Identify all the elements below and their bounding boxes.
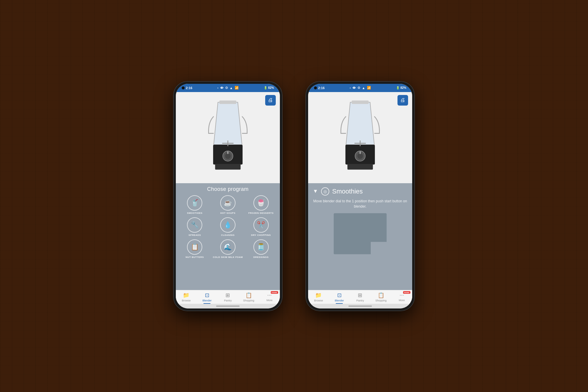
program-item-smoothies[interactable]: 🥤 SMOOTHIES	[179, 195, 210, 214]
smoothies-title: Smoothies	[332, 188, 363, 195]
nav-blender-left[interactable]: ⊡ Blender	[200, 292, 214, 302]
home-indicator-right	[308, 304, 412, 308]
dressings-icon: 🫙	[253, 239, 269, 255]
phone-left: 2:16 ● 👁 ⊙ ▲ 📶 🔋 82%	[173, 81, 282, 311]
phone-right: 2:16 ● 👁 ⊙ ▲ 📶 🔋 82%	[306, 81, 415, 311]
wifi-icon: ▲	[230, 86, 233, 90]
nav-active-underline	[203, 303, 211, 304]
blender-nav-label: Blender	[203, 299, 212, 302]
program-item-spreads[interactable]: 🔧 SPREADS	[179, 217, 210, 236]
nav-shopping-right[interactable]: 📋 Shopping	[374, 292, 388, 302]
program-item-cold-skim[interactable]: 🌊 COLD SKIM MILK FOAM	[213, 239, 243, 258]
status-bar-right: 2:16 ● 👁 ⊙ ▲ 📶 🔋 82%	[308, 84, 412, 92]
bottom-nav-left: 📁 Browse ⊡ Blender ⊞ Pantry 📋 Shopping	[176, 290, 280, 304]
shopping-label: Shopping	[243, 299, 254, 302]
program-area: Choose program 🥤 SMOOTHIES ☕ HOT SOUPS 🍧…	[176, 183, 280, 290]
cold-skim-icon: 🌊	[220, 239, 235, 255]
blender-svg-right	[334, 99, 387, 176]
nav-shopping-left[interactable]: 📋 Shopping	[241, 292, 256, 302]
status-left-right: 2:16	[314, 86, 325, 90]
news-badge-left: news	[271, 291, 278, 294]
shopping-icon-r: 📋	[378, 292, 384, 298]
spreads-label: SPREADS	[188, 234, 201, 236]
svg-rect-3	[215, 164, 241, 169]
status-center-right: ● 👁 ⊙ ▲ 📶	[350, 86, 371, 90]
pantry-label-r: Pantry	[356, 299, 364, 302]
circle-icon: ⊙	[225, 86, 228, 90]
wifi-icon-r: ▲	[362, 86, 365, 90]
program-item-nut-butters[interactable]: 📋 NUT BUTTERS	[179, 239, 210, 258]
svg-rect-15	[360, 151, 361, 154]
spreads-icon: 🔧	[187, 217, 202, 233]
blender-nav-icon: ⊡	[205, 292, 209, 298]
status-bar-left: 2:16 ● 👁 ⊙ ▲ 📶 🔋 82%	[176, 84, 280, 92]
more-label-r: More	[399, 299, 405, 302]
nav-pantry-right[interactable]: ⊞ Pantry	[353, 292, 368, 302]
browse-label-r: Browse	[314, 299, 323, 302]
smoothies-description: Move blender dial to the 1 position then…	[313, 198, 407, 209]
hot-soups-label: HOT SOUPS	[220, 212, 235, 214]
smoothies-icon: 🥤	[187, 195, 202, 211]
status-time-left: 2:16	[186, 86, 192, 90]
eye-icon-r: 👁	[353, 86, 356, 90]
browse-label: Browse	[182, 299, 191, 302]
battery-left: 82%	[268, 86, 274, 89]
svg-rect-12	[348, 164, 373, 169]
svg-rect-10	[352, 100, 369, 104]
status-left-section: 2:16	[182, 86, 192, 90]
blender-image-area-left: 🖨	[176, 92, 280, 183]
pantry-icon: ⊞	[225, 292, 230, 298]
status-right-section: 🔋 82%	[264, 86, 274, 89]
cleaning-label: CLEANING	[221, 234, 235, 236]
status-time-right: 2:16	[318, 86, 325, 90]
nav-active-underline-r	[336, 303, 343, 304]
blender-nav-label-r: Blender	[335, 299, 344, 302]
program-title: Choose program	[207, 186, 248, 192]
blender-svg-left	[201, 99, 254, 176]
blender-icon-button-left[interactable]: 🖨	[265, 95, 276, 106]
battery-icon-r: 🔋	[396, 86, 400, 89]
blender-icon-button-right[interactable]: 🖨	[397, 95, 408, 106]
bottom-nav-right: 📁 Browse ⊡ Blender ⊞ Pantry 📋 Shopping	[308, 290, 412, 304]
cold-skim-label: COLD SKIM MILK FOAM	[213, 256, 243, 258]
home-bar-left	[216, 306, 240, 307]
smoothies-label: SMOOTHIES	[187, 212, 203, 214]
program-item-frozen-desserts[interactable]: 🍧 FROZEN DESSERTS	[245, 195, 276, 214]
frozen-desserts-label: FROZEN DESSERTS	[248, 212, 274, 214]
svg-marker-0	[214, 102, 242, 144]
status-right-right: 🔋 82%	[396, 86, 406, 89]
cleaning-icon: 💧	[220, 217, 235, 233]
circle-icon-r: ⊙	[358, 86, 360, 90]
program-item-cleaning[interactable]: 💧 CLEANING	[213, 217, 243, 236]
pantry-icon-r: ⊞	[358, 292, 362, 298]
hot-soups-icon: ☕	[220, 195, 235, 211]
svg-rect-6	[227, 151, 228, 154]
chevron-down-icon[interactable]: ▼	[313, 188, 318, 194]
program-item-dressings[interactable]: 🫙 DRESSINGS	[245, 239, 276, 258]
nav-more-left[interactable]: ··· More news	[262, 292, 277, 302]
nav-browse-right[interactable]: 📁 Browse	[311, 292, 326, 302]
phone-right-outer: 2:16 ● 👁 ⊙ ▲ 📶 🔋 82%	[306, 81, 415, 311]
svg-marker-9	[346, 102, 374, 144]
nav-blender-right[interactable]: ⊡ Blender	[332, 292, 347, 302]
smoothies-header: ▼ ◎ Smoothies	[313, 187, 407, 196]
dial-diagram	[334, 213, 387, 254]
more-label: More	[266, 299, 273, 302]
svg-rect-1	[219, 100, 236, 104]
signal-icon: 📶	[235, 86, 239, 90]
nav-pantry-left[interactable]: ⊞ Pantry	[220, 292, 235, 302]
status-center-icons: ● 👁 ⊙ ▲ 📶	[217, 86, 239, 90]
program-item-dry-chopping[interactable]: ✂️ DRY CHOPPING	[245, 217, 276, 236]
svg-point-14	[357, 153, 363, 159]
nut-butters-icon: 📋	[187, 239, 202, 255]
dot-icon: ●	[217, 87, 218, 89]
nav-browse-left[interactable]: 📁 Browse	[179, 292, 193, 302]
blender-nav-icon-r: ⊡	[337, 292, 342, 298]
blender-image-area-right: 🖨	[308, 92, 412, 183]
browse-icon: 📁	[183, 292, 189, 298]
news-badge-right: news	[403, 291, 410, 294]
nav-more-right[interactable]: ··· More news	[395, 292, 409, 302]
home-bar-right	[348, 306, 372, 307]
program-item-hot-soups[interactable]: ☕ HOT SOUPS	[213, 195, 243, 214]
dry-chopping-icon: ✂️	[253, 217, 269, 233]
